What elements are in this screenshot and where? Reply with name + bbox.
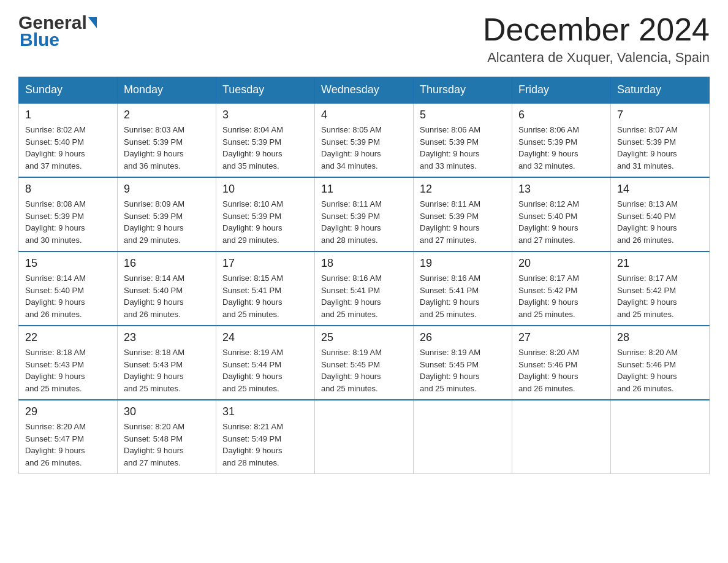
day-number: 13 xyxy=(518,183,604,196)
day-info: Sunrise: 8:13 AM Sunset: 5:40 PM Dayligh… xyxy=(617,198,703,246)
day-number: 1 xyxy=(25,109,111,121)
day-info: Sunrise: 8:19 AM Sunset: 5:44 PM Dayligh… xyxy=(222,347,308,394)
calendar-cell: 6 Sunrise: 8:06 AM Sunset: 5:39 PM Dayli… xyxy=(512,103,611,177)
calendar-cell: 13 Sunrise: 8:12 AM Sunset: 5:40 PM Dayl… xyxy=(512,177,611,251)
day-number: 4 xyxy=(321,109,407,121)
day-number: 27 xyxy=(518,331,604,344)
day-info: Sunrise: 8:20 AM Sunset: 5:46 PM Dayligh… xyxy=(617,347,703,394)
day-number: 25 xyxy=(321,331,407,344)
calendar-cell xyxy=(611,400,710,474)
calendar-cell: 16 Sunrise: 8:14 AM Sunset: 5:40 PM Dayl… xyxy=(118,251,216,326)
week-row-4: 22 Sunrise: 8:18 AM Sunset: 5:43 PM Dayl… xyxy=(19,326,710,400)
calendar-cell xyxy=(512,400,611,474)
header-thursday: Thursday xyxy=(414,77,512,104)
day-number: 6 xyxy=(518,109,604,121)
calendar-cell: 22 Sunrise: 8:18 AM Sunset: 5:43 PM Dayl… xyxy=(19,326,118,400)
calendar-cell: 30 Sunrise: 8:20 AM Sunset: 5:48 PM Dayl… xyxy=(118,400,216,474)
day-info: Sunrise: 8:11 AM Sunset: 5:39 PM Dayligh… xyxy=(321,198,407,246)
calendar-cell xyxy=(414,400,512,474)
header-tuesday: Tuesday xyxy=(216,77,315,104)
day-info: Sunrise: 8:16 AM Sunset: 5:41 PM Dayligh… xyxy=(321,272,407,320)
day-info: Sunrise: 8:19 AM Sunset: 5:45 PM Dayligh… xyxy=(420,347,506,394)
header-monday: Monday xyxy=(118,77,216,104)
day-info: Sunrise: 8:06 AM Sunset: 5:39 PM Dayligh… xyxy=(420,124,506,172)
day-number: 28 xyxy=(617,331,703,344)
day-number: 10 xyxy=(222,183,308,196)
day-info: Sunrise: 8:10 AM Sunset: 5:39 PM Dayligh… xyxy=(222,198,308,246)
week-row-1: 1 Sunrise: 8:02 AM Sunset: 5:40 PM Dayli… xyxy=(19,103,710,177)
calendar-cell: 4 Sunrise: 8:05 AM Sunset: 5:39 PM Dayli… xyxy=(315,103,414,177)
day-info: Sunrise: 8:12 AM Sunset: 5:40 PM Dayligh… xyxy=(518,198,604,246)
calendar-cell: 31 Sunrise: 8:21 AM Sunset: 5:49 PM Dayl… xyxy=(216,400,315,474)
day-number: 29 xyxy=(25,405,111,418)
day-info: Sunrise: 8:20 AM Sunset: 5:48 PM Dayligh… xyxy=(124,421,210,469)
day-number: 12 xyxy=(420,183,506,196)
day-number: 7 xyxy=(617,109,703,121)
header-saturday: Saturday xyxy=(611,77,710,104)
logo: General Blue xyxy=(18,12,97,50)
day-number: 8 xyxy=(25,183,111,196)
day-number: 26 xyxy=(420,331,506,344)
day-info: Sunrise: 8:18 AM Sunset: 5:43 PM Dayligh… xyxy=(124,347,210,394)
calendar-cell: 2 Sunrise: 8:03 AM Sunset: 5:39 PM Dayli… xyxy=(118,103,216,177)
day-info: Sunrise: 8:07 AM Sunset: 5:39 PM Dayligh… xyxy=(617,124,703,172)
day-info: Sunrise: 8:14 AM Sunset: 5:40 PM Dayligh… xyxy=(124,272,210,320)
day-number: 3 xyxy=(222,109,308,121)
calendar-cell: 9 Sunrise: 8:09 AM Sunset: 5:39 PM Dayli… xyxy=(118,177,216,251)
day-number: 11 xyxy=(321,183,407,196)
calendar-cell: 25 Sunrise: 8:19 AM Sunset: 5:45 PM Dayl… xyxy=(315,326,414,400)
calendar-cell: 21 Sunrise: 8:17 AM Sunset: 5:42 PM Dayl… xyxy=(611,251,710,326)
day-info: Sunrise: 8:18 AM Sunset: 5:43 PM Dayligh… xyxy=(25,347,111,394)
calendar-cell: 10 Sunrise: 8:10 AM Sunset: 5:39 PM Dayl… xyxy=(216,177,315,251)
day-info: Sunrise: 8:21 AM Sunset: 5:49 PM Dayligh… xyxy=(222,421,308,469)
week-row-5: 29 Sunrise: 8:20 AM Sunset: 5:47 PM Dayl… xyxy=(19,400,710,474)
header-friday: Friday xyxy=(512,77,611,104)
calendar-cell: 24 Sunrise: 8:19 AM Sunset: 5:44 PM Dayl… xyxy=(216,326,315,400)
day-number: 15 xyxy=(25,257,111,270)
day-info: Sunrise: 8:11 AM Sunset: 5:39 PM Dayligh… xyxy=(420,198,506,246)
day-number: 17 xyxy=(222,257,308,270)
day-info: Sunrise: 8:17 AM Sunset: 5:42 PM Dayligh… xyxy=(518,272,604,320)
calendar-cell: 17 Sunrise: 8:15 AM Sunset: 5:41 PM Dayl… xyxy=(216,251,315,326)
calendar-cell: 3 Sunrise: 8:04 AM Sunset: 5:39 PM Dayli… xyxy=(216,103,315,177)
calendar-cell: 15 Sunrise: 8:14 AM Sunset: 5:40 PM Dayl… xyxy=(19,251,118,326)
calendar-cell: 27 Sunrise: 8:20 AM Sunset: 5:46 PM Dayl… xyxy=(512,326,611,400)
calendar-cell: 28 Sunrise: 8:20 AM Sunset: 5:46 PM Dayl… xyxy=(611,326,710,400)
day-number: 24 xyxy=(222,331,308,344)
day-info: Sunrise: 8:16 AM Sunset: 5:41 PM Dayligh… xyxy=(420,272,506,320)
day-info: Sunrise: 8:04 AM Sunset: 5:39 PM Dayligh… xyxy=(222,124,308,172)
title-section: December 2024 Alcantera de Xuquer, Valen… xyxy=(483,12,710,66)
calendar-cell xyxy=(315,400,414,474)
day-number: 5 xyxy=(420,109,506,121)
day-info: Sunrise: 8:05 AM Sunset: 5:39 PM Dayligh… xyxy=(321,124,407,172)
day-info: Sunrise: 8:20 AM Sunset: 5:46 PM Dayligh… xyxy=(518,347,604,394)
calendar-title: December 2024 xyxy=(483,12,710,47)
day-info: Sunrise: 8:02 AM Sunset: 5:40 PM Dayligh… xyxy=(25,124,111,172)
calendar-table: Sunday Monday Tuesday Wednesday Thursday… xyxy=(18,77,710,474)
day-number: 20 xyxy=(518,257,604,270)
calendar-cell: 11 Sunrise: 8:11 AM Sunset: 5:39 PM Dayl… xyxy=(315,177,414,251)
day-number: 19 xyxy=(420,257,506,270)
calendar-cell: 18 Sunrise: 8:16 AM Sunset: 5:41 PM Dayl… xyxy=(315,251,414,326)
calendar-cell: 14 Sunrise: 8:13 AM Sunset: 5:40 PM Dayl… xyxy=(611,177,710,251)
calendar-cell: 20 Sunrise: 8:17 AM Sunset: 5:42 PM Dayl… xyxy=(512,251,611,326)
day-info: Sunrise: 8:17 AM Sunset: 5:42 PM Dayligh… xyxy=(617,272,703,320)
day-number: 2 xyxy=(124,109,210,121)
calendar-cell: 29 Sunrise: 8:20 AM Sunset: 5:47 PM Dayl… xyxy=(19,400,118,474)
calendar-cell: 23 Sunrise: 8:18 AM Sunset: 5:43 PM Dayl… xyxy=(118,326,216,400)
calendar-subtitle: Alcantera de Xuquer, Valencia, Spain xyxy=(483,50,710,66)
header-wednesday: Wednesday xyxy=(315,77,414,104)
day-number: 9 xyxy=(124,183,210,196)
calendar-header: Sunday Monday Tuesday Wednesday Thursday… xyxy=(19,77,710,104)
calendar-cell: 8 Sunrise: 8:08 AM Sunset: 5:39 PM Dayli… xyxy=(19,177,118,251)
week-row-3: 15 Sunrise: 8:14 AM Sunset: 5:40 PM Dayl… xyxy=(19,251,710,326)
page-header: General Blue December 2024 Alcantera de … xyxy=(18,12,710,66)
day-info: Sunrise: 8:09 AM Sunset: 5:39 PM Dayligh… xyxy=(124,198,210,246)
logo: General Blue xyxy=(18,12,97,50)
day-info: Sunrise: 8:06 AM Sunset: 5:39 PM Dayligh… xyxy=(518,124,604,172)
day-number: 14 xyxy=(617,183,703,196)
calendar-body: 1 Sunrise: 8:02 AM Sunset: 5:40 PM Dayli… xyxy=(19,103,710,474)
calendar-cell: 19 Sunrise: 8:16 AM Sunset: 5:41 PM Dayl… xyxy=(414,251,512,326)
calendar-cell: 1 Sunrise: 8:02 AM Sunset: 5:40 PM Dayli… xyxy=(19,103,118,177)
day-number: 18 xyxy=(321,257,407,270)
